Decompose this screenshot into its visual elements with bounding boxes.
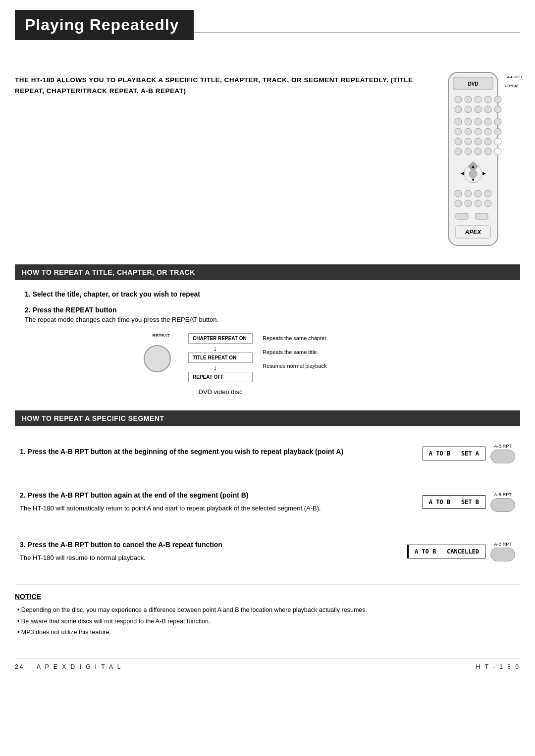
page-number: 24 [15,663,24,670]
svg-point-24 [465,138,472,145]
step2-desc: The repeat mode changes each time you pr… [25,316,520,323]
mode-descriptions: Repeats the same chapter. Repeats the sa… [263,333,327,375]
section2-header: HOW TO REPEAT A SPECIFIC SEGMENT [15,410,520,426]
svg-point-27 [494,138,501,145]
svg-point-42 [475,190,482,197]
ab-btn-group-1: A-B RPT [490,444,515,463]
svg-point-43 [484,190,491,197]
ab-rpt-label-2: A-B RPT [494,492,512,497]
segment-step-2: 2. Press the A-B RPT button again at the… [15,483,520,520]
ab-button-1 [490,450,515,463]
svg-text:▶: ▶ [482,171,486,176]
svg-point-29 [465,148,472,155]
svg-point-45 [465,200,472,207]
svg-point-23 [455,138,462,145]
ab-button-3 [490,548,515,561]
svg-point-31 [484,148,491,155]
segment-display-3: A TO B CANCELLED A-B RPT [407,542,515,561]
mode-chapter-repeat: CHAPTER REPEAT ON [188,333,253,344]
svg-rect-48 [456,213,468,219]
notice-title: NOTICE [15,593,520,601]
svg-point-5 [475,96,482,103]
segment-step3-text: 3. Press the A-B RPT button to cancel th… [20,540,407,562]
segment-display-2: A TO B SET B A-B RPT [423,492,515,512]
svg-point-12 [494,106,501,113]
svg-text:DVD: DVD [468,81,478,87]
svg-point-26 [484,138,491,145]
svg-point-11 [484,106,491,113]
page-title: Playing Repeatedly [25,16,179,34]
remote-svg: DVD [441,70,505,253]
svg-point-30 [475,148,482,155]
ab-btn-group-2: A-B RPT [490,492,515,512]
svg-point-3 [455,96,462,103]
svg-point-7 [494,96,501,103]
ab-rpt-label-3: A-B RPT [494,542,512,547]
svg-point-9 [465,106,472,113]
svg-point-6 [484,96,491,103]
page-title-block: Playing Repeatedly [15,10,194,40]
page-footer: 24 A P E X D I G I T A L H T - 1 8 0 [15,658,520,670]
ab-button-2 [490,498,515,512]
svg-rect-49 [476,213,488,219]
svg-point-4 [465,96,472,103]
notice-item-0: • Depending on the disc, you may experie… [17,605,520,616]
remote-illustration: A-B RPT REPEAT DVD [441,70,520,254]
svg-point-16 [484,118,491,125]
arrow-2: ↓ [213,364,253,372]
svg-point-17 [494,118,501,125]
segment-step2-title: 2. Press the A-B RPT button again at the… [20,491,413,501]
segment-step3-title: 3. Press the A-B RPT button to cancel th… [20,540,397,550]
repeat-button [144,345,171,372]
segment-step3-desc: The HT-180 will resume to normal playbac… [20,553,397,563]
ab-rpt-label-1: A-B RPT [494,444,512,449]
svg-point-40 [455,190,462,197]
footer-left: 24 A P E X D I G I T A L [15,663,122,670]
svg-point-44 [455,200,462,207]
segment-step1-text: 1. Press the A-B RPT button at the begin… [20,447,423,460]
svg-point-8 [455,106,462,113]
mode-title-repeat: TITLE REPEAT ON [188,353,253,363]
svg-point-15 [475,118,482,125]
svg-point-10 [475,106,482,113]
lcd1-step2: A TO B SET B [423,495,485,509]
notice-section: NOTICE • Depending on the disc, you may … [15,585,520,638]
notice-item-2: • MP3 does not utilize this feature. [17,627,520,638]
svg-point-32 [494,148,501,155]
mode-desc-1: Repeats the same title. [263,347,327,355]
segment-step-1: 1. Press the A-B RPT button at the begin… [15,436,520,471]
arrow-1: ↓ [213,345,253,353]
segment-step1-title: 1. Press the A-B RPT button at the begin… [20,447,413,457]
svg-point-20 [475,128,482,135]
svg-point-46 [475,200,482,207]
lcd1-step1: A TO B SET A [423,447,485,460]
lcd1-step3: A TO B CANCELLED [407,545,485,558]
svg-point-14 [465,118,472,125]
brand-left: A P E X D I G I T A L [37,663,122,670]
svg-point-18 [455,128,462,135]
disc-label: DVD video disc [188,388,253,396]
svg-point-25 [475,138,482,145]
svg-point-41 [465,190,472,197]
segment-step-3: 3. Press the A-B RPT button to cancel th… [15,533,520,570]
svg-point-28 [455,148,462,155]
mode-chain: CHAPTER REPEAT ON ↓ TITLE REPEAT ON ↓ RE… [188,333,253,396]
segment-step2-text: 2. Press the A-B RPT button again at the… [20,491,423,513]
segment-display-1: A TO B SET A A-B RPT [423,444,515,463]
mode-desc-2: Resumes normal playback [263,361,327,369]
svg-point-21 [484,128,491,135]
svg-point-19 [465,128,472,135]
section1-header: HOW TO REPEAT A TITLE, CHAPTER, OR TRACK [15,264,520,280]
segment-section: HOW TO REPEAT A SPECIFIC SEGMENT 1. Pres… [15,410,520,570]
brand-right: H T - 1 8 0 [476,663,520,670]
notice-item-1: • Be aware that some discs will not resp… [17,616,520,627]
svg-text:◀: ◀ [461,171,464,176]
intro-text: THE HT-180 ALLOWS YOU TO PLAYBACK A SPEC… [15,75,441,254]
svg-point-22 [494,128,501,135]
step1-title: 1. Select the title, chapter, or track y… [25,290,520,298]
repeat-btn-label: REPEAT [152,333,169,338]
step2-title: 2. Press the REPEAT button [25,306,520,314]
step2: 2. Press the REPEAT button The repeat mo… [25,306,520,323]
svg-text:APEX: APEX [465,229,482,236]
intro-section: THE HT-180 ALLOWS YOU TO PLAYBACK A SPEC… [15,70,520,254]
